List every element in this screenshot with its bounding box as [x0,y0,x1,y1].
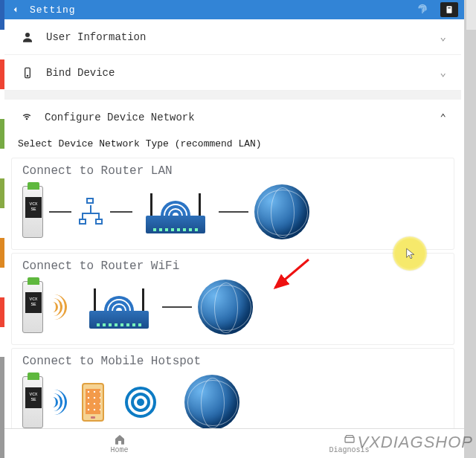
globe-icon [184,375,239,430]
fingerprint-icon[interactable] [414,2,431,17]
vcx-device-icon: VCXSE [22,186,43,238]
option-connect-lan[interactable]: Connect to Router LAN VCXSE [12,158,454,249]
svg-rect-1 [448,7,451,8]
bottom-nav: Home Diagnosis [4,428,464,458]
option-connect-hotspot[interactable]: Connect to Mobile Hotspot VCXSE [12,349,454,439]
chevron-down-icon: ⌄ [440,66,446,79]
phone-icon [82,383,104,422]
menu-bind-device[interactable]: Bind Device ⌄ [4,55,461,91]
option-connect-wifi[interactable]: Connect to Router WiFi VCXSE [12,254,454,344]
svg-rect-6 [345,437,354,442]
diagram-lan: VCXSE [22,182,443,242]
router-icon [82,281,156,333]
section-divider [4,91,461,100]
vcx-device-icon: VCXSE [22,376,43,428]
svg-point-4 [27,75,28,76]
section-title: Configure Device Network [45,112,430,123]
menu-label: Bind Device [46,67,430,79]
svg-rect-0 [447,6,452,13]
app-header: Setting [4,0,464,19]
nav-label: Diagnosis [329,446,369,454]
option-title: Connect to Router WiFi [22,259,443,273]
router-icon [138,186,213,238]
window-chrome-right [466,0,476,30]
globe-icon [254,184,309,239]
option-title: Connect to Mobile Hotspot [22,355,443,368]
vcx-device-icon: VCXSE [22,281,43,333]
wifi-signal-icon [49,384,76,421]
hotspot-icon [123,385,158,419]
cursor-highlight [393,236,427,271]
lan-network-icon [77,193,104,230]
header-title: Setting [30,4,76,16]
globe-icon [198,280,253,335]
app-window: Setting User Information ⌄ Bind Device ⌄ [4,0,464,458]
chevron-up-icon: ⌃ [440,112,446,124]
content-scroll[interactable]: User Information ⌄ Bind Device ⌄ Configu… [4,19,464,458]
chevron-down-icon: ⌄ [440,30,446,43]
svg-point-2 [25,33,30,37]
menu-user-information[interactable]: User Information ⌄ [4,19,461,55]
header-action-icon[interactable] [440,2,458,17]
menu-label: User Information [46,31,430,43]
user-icon [19,30,36,44]
nav-diagnosis[interactable]: Diagnosis [234,429,464,458]
device-icon [19,66,36,80]
diagram-wifi: VCXSE [22,277,443,337]
nav-home[interactable]: Home [4,429,234,458]
wifi-icon [19,110,34,125]
diagram-hotspot: VCXSE [22,372,443,432]
menu-configure-network[interactable]: Configure Device Network ⌃ [4,100,461,135]
wifi-signal-icon [49,288,76,326]
nav-label: Home [110,446,128,454]
option-title: Connect to Router LAN [22,164,443,178]
back-icon[interactable] [10,4,21,15]
section-subtitle: Select Device Network Type (recommend LA… [4,135,461,154]
